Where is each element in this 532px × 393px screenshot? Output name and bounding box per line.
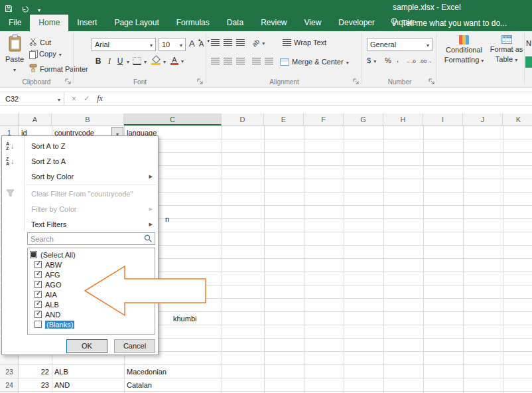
cancel-entry-icon[interactable] [72,94,76,104]
checkbox-icon[interactable] [34,281,42,288]
menu-item-sort-z-to-a[interactable]: ZA Sort Z to A [2,153,158,169]
partial-cell-text[interactable]: khumbi [170,312,224,325]
checkbox-icon[interactable] [34,291,42,298]
column-header-K[interactable]: K [503,114,532,125]
fill-color-dropdown-icon[interactable] [163,57,166,65]
number-format-select[interactable]: General [367,38,432,51]
column-header-H[interactable]: H [383,114,423,125]
font-name-select[interactable]: Arial [92,38,156,51]
row-header-23[interactable]: 23 [0,365,19,378]
save-icon[interactable] [5,5,13,13]
insert-function-icon[interactable]: fx [97,94,103,104]
font-color-button[interactable] [170,56,184,65]
tab-developer[interactable]: Developer [330,15,383,31]
paste-button[interactable]: Paste [1,35,28,78]
font-color-dropdown-icon[interactable] [181,56,184,64]
borders-dropdown-icon[interactable] [144,57,147,65]
customize-quick-access-icon[interactable] [38,3,40,15]
filter-item-abw[interactable]: ABW [30,260,155,270]
underline-button[interactable]: U [116,56,129,66]
align-right-icon[interactable] [236,58,245,65]
select-all-corner[interactable] [0,114,19,125]
menu-item-sort-by-color[interactable]: Sort by Color [2,169,158,184]
column-header-A[interactable]: A [19,114,52,125]
align-middle-icon[interactable] [224,39,232,46]
column-header-E[interactable]: E [264,114,304,125]
column-header-B[interactable]: B [52,114,124,125]
checkbox-icon[interactable] [30,251,37,258]
tab-page-layout[interactable]: Page Layout [105,15,167,31]
format-as-table-dropdown-icon[interactable] [515,55,517,64]
merge-center-dropdown-icon[interactable] [346,58,349,66]
orientation-button[interactable] [252,39,265,46]
filter-item-blanks[interactable]: (Blanks) [30,319,155,329]
align-bottom-icon[interactable] [236,39,245,46]
increase-decimal-icon[interactable] [406,58,416,64]
tell-me-box[interactable]: Tell me what you want to do... [390,15,507,31]
number-format-dropdown-icon[interactable] [427,40,429,48]
font-size-select[interactable]: 10 [159,38,186,51]
underline-dropdown-icon[interactable] [127,57,129,65]
cell-C24[interactable]: Catalan [124,378,222,392]
font-size-dropdown-icon[interactable] [180,40,182,48]
tab-formulas[interactable]: Formulas [168,15,218,31]
menu-item-text-filters[interactable]: Text Filters [2,216,158,232]
column-header-J[interactable]: J [463,114,503,125]
italic-button[interactable]: I [105,56,113,66]
undo-icon[interactable] [21,5,29,13]
accounting-dropdown-icon[interactable] [373,56,376,64]
borders-button[interactable] [133,57,147,65]
partial-cell-text[interactable]: n [163,212,216,226]
column-header-C[interactable]: C [124,114,222,125]
clipboard-dialog-launcher[interactable] [65,78,72,84]
alignment-dialog-launcher[interactable] [353,78,360,84]
accounting-format-button[interactable]: $ [367,56,376,64]
font-dialog-launcher[interactable] [197,78,204,84]
filter-item-ago[interactable]: AGO [30,279,155,289]
confirm-entry-icon[interactable] [84,94,90,103]
cell-A23[interactable]: 22 [19,365,52,378]
filter-item-afg[interactable]: AFG [30,270,155,279]
align-center-icon[interactable] [224,58,232,65]
checkbox-icon[interactable] [34,271,42,278]
formula-input[interactable] [110,92,532,105]
filter-search-input[interactable] [27,232,155,245]
decrease-decimal-icon[interactable] [419,58,432,64]
tab-data[interactable]: Data [218,15,252,31]
bold-button[interactable]: B [94,56,102,66]
percent-style-button[interactable]: % [385,56,391,64]
conditional-formatting-dropdown-icon[interactable] [481,56,484,64]
column-header-D[interactable]: D [222,114,264,125]
tab-home[interactable]: Home [30,15,68,31]
checkbox-icon[interactable] [34,321,42,328]
increase-indent-icon[interactable] [265,58,273,65]
align-left-icon[interactable] [211,58,220,65]
copy-button[interactable]: Copy [29,50,62,58]
filter-item-alb[interactable]: ALB [30,299,155,309]
filter-item-and[interactable]: AND [30,309,155,319]
decrease-indent-icon[interactable] [252,58,261,65]
conditional-formatting-button[interactable]: Conditional Formatting [440,35,488,64]
filter-item-select-all[interactable]: (Select All) [30,250,155,260]
align-top-icon[interactable] [211,39,220,46]
fill-color-button[interactable] [151,56,166,65]
name-box-dropdown-icon[interactable] [58,95,60,103]
cell-A24[interactable]: 23 [19,378,52,392]
column-header-G[interactable]: G [344,114,383,125]
tab-file[interactable]: File [0,15,30,31]
merge-center-button[interactable]: Merge & Center [280,58,349,66]
row-header-24[interactable]: 24 [0,378,19,392]
orientation-dropdown-icon[interactable] [262,39,265,46]
checkbox-icon[interactable] [34,301,42,308]
checkbox-icon[interactable] [34,261,42,268]
font-name-dropdown-icon[interactable] [150,40,153,48]
paste-dropdown-icon[interactable] [13,65,16,74]
wrap-text-button[interactable]: Wrap Text [283,39,326,46]
menu-item-sort-a-to-z[interactable]: AZ Sort A to Z [2,138,158,153]
format-painter-button[interactable]: Format Painter [29,64,88,74]
checkbox-icon[interactable] [34,311,42,318]
tab-view[interactable]: View [296,15,330,31]
cancel-button[interactable]: Cancel [114,339,155,353]
column-header-I[interactable]: I [423,114,463,125]
format-as-table-button[interactable]: Format as Table [490,35,523,64]
